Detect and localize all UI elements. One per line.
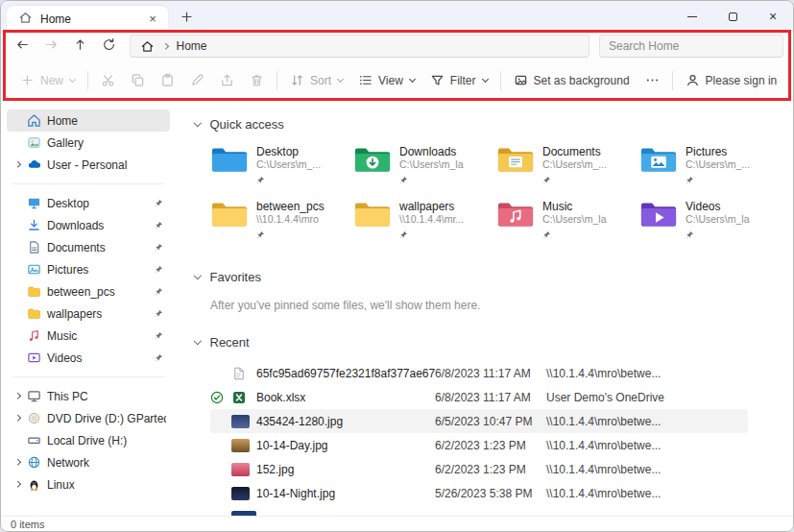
sidebar-item-label: Home (47, 114, 166, 128)
sidebar-item[interactable]: Network (7, 451, 170, 473)
group-divider (12, 376, 164, 377)
delete-button[interactable] (242, 66, 272, 95)
expand-chevron-icon[interactable] (11, 482, 24, 487)
sign-in-button[interactable]: Please sign in (678, 66, 785, 95)
search-input[interactable] (609, 39, 774, 53)
sidebar-item[interactable]: between_pcs (7, 280, 170, 302)
date-modified: 5/26/2023 5:38 PM (435, 487, 546, 500)
filter-button[interactable]: Filter (422, 66, 495, 95)
quick-access-grid: Desktop C:\Users\m_... Downloads C:\User… (210, 145, 783, 243)
sidebar-item[interactable]: Downloads (7, 214, 170, 236)
recent-file-row[interactable]: Book.xlsx 6/8/2023 11:17 AM User Demo's … (210, 385, 748, 409)
quick-access-item[interactable]: Music C:\Users\m_la (496, 200, 639, 243)
sidebar-item[interactable]: Videos (7, 347, 170, 369)
sidebar-item[interactable]: Local Drive (H:) (7, 429, 170, 451)
sidebar-item[interactable]: Desktop (7, 192, 170, 214)
expand-chevron-icon[interactable] (11, 416, 24, 421)
recent-file-row[interactable]: 10-14-Night.jpg 5/26/2023 5:38 PM \\10.1… (210, 481, 748, 505)
recent-file-row[interactable]: 152.jpg 6/2/2023 1:23 PM \\10.1.4.4\mro\… (210, 457, 748, 481)
details-button[interactable]: Details (784, 66, 794, 95)
expand-chevron-icon[interactable] (11, 394, 24, 399)
sort-button[interactable]: Sort (282, 66, 350, 95)
favorites-empty-text: After you've pinned some files, we'll sh… (210, 299, 783, 312)
rename-button[interactable] (182, 66, 212, 95)
sidebar-item-label: between_pcs (47, 285, 155, 299)
quick-access-item[interactable]: between_pcs \\10.1.4.4\mro (210, 200, 353, 243)
section-header-quick-access[interactable]: Quick access (195, 117, 783, 132)
pin-icon (399, 176, 408, 184)
status-bar: 0 items (1, 516, 793, 531)
quick-access-item[interactable]: Documents C:\Users\m_... (496, 145, 639, 188)
quick-access-text: between_pcs \\10.1.4.4\mro (256, 200, 325, 243)
drive-icon (24, 433, 43, 447)
music-icon (24, 328, 43, 343)
sidebar-item[interactable]: Documents (7, 236, 170, 258)
sidebar-item[interactable]: wallpapers (7, 302, 170, 325)
file-name: 152.jpg (256, 463, 435, 476)
recent-file-row[interactable] (210, 505, 748, 516)
file-location: User Demo's OneDrive (546, 391, 748, 404)
sidebar-item[interactable]: Pictures (7, 258, 170, 280)
quick-access-item[interactable]: Pictures C:\Users\m_... (639, 145, 782, 188)
paste-button[interactable] (153, 66, 182, 95)
set-as-background-button[interactable]: Set as background (506, 66, 638, 95)
image-thumbnail (231, 439, 256, 452)
sidebar-item[interactable]: DVD Drive (D:) GParted-live (7, 407, 170, 429)
new-button[interactable]: New (12, 66, 83, 95)
tab-home[interactable]: Home × (7, 6, 168, 32)
forward-button[interactable] (37, 34, 64, 59)
file-name: 435424-1280.jpg (256, 415, 435, 428)
file-location: \\10.1.4.4\mro\betwe... (546, 367, 748, 380)
share-button[interactable] (212, 66, 242, 95)
separator (672, 71, 673, 90)
quick-access-item[interactable]: Downloads C:\Users\m_la (353, 145, 496, 188)
tab-close-icon[interactable]: × (145, 12, 160, 26)
recent-file-row[interactable]: 10-14-Day.jpg 6/2/2023 1:23 PM \\10.1.4.… (210, 433, 748, 457)
pin-icon (155, 331, 163, 340)
quick-access-item[interactable]: wallpapers \\10.1.4.4\mr... (353, 200, 496, 243)
see-more-button[interactable] (638, 66, 667, 95)
section-header-favorites[interactable]: Favorites (195, 270, 783, 284)
expand-chevron-icon[interactable] (11, 460, 24, 465)
close-button[interactable]: × (753, 1, 793, 32)
rename-icon (190, 73, 205, 87)
cut-icon (101, 73, 115, 87)
file-name: 10-14-Day.jpg (256, 439, 435, 452)
pin-icon (155, 221, 163, 230)
breadcrumb[interactable]: Home (177, 39, 207, 53)
folder-icon (639, 145, 678, 175)
back-button[interactable] (9, 34, 36, 59)
view-button[interactable]: View (350, 66, 422, 95)
quick-access-item[interactable]: Desktop C:\Users\m_... (210, 145, 353, 188)
sidebar-item[interactable]: Linux (7, 473, 170, 496)
home-icon (18, 11, 33, 28)
quick-access-item[interactable]: Videos C:\Users\m_la (639, 200, 782, 243)
sidebar-item-label: Music (47, 329, 155, 343)
maximize-button[interactable] (712, 1, 753, 32)
section-header-recent[interactable]: Recent (195, 335, 783, 350)
quick-access-text: Documents C:\Users\m_... (542, 145, 607, 188)
copy-button[interactable] (123, 66, 153, 95)
folder-path: \\10.1.4.4\mr... (399, 213, 464, 226)
sidebar-item[interactable]: Gallery (7, 132, 170, 154)
minimize-button[interactable] (672, 1, 712, 32)
sidebar-item[interactable]: Music (7, 325, 170, 347)
sidebar-item[interactable]: Home (7, 109, 170, 132)
refresh-button[interactable] (95, 34, 122, 59)
expand-chevron-icon[interactable] (11, 162, 24, 167)
folder-icon (353, 145, 392, 175)
cut-button[interactable] (93, 66, 123, 95)
file-icon (231, 366, 256, 381)
search-box[interactable] (599, 35, 783, 58)
up-button[interactable] (66, 34, 93, 59)
address-bar[interactable]: Home (130, 35, 589, 58)
recent-file-row[interactable]: 435424-1280.jpg 6/5/2023 10:47 PM \\10.1… (210, 409, 748, 433)
new-tab-button[interactable] (174, 6, 199, 31)
recent-file-row[interactable]: 65fc95ad69757fe2321f8af377ae67... 6/8/20… (210, 361, 748, 385)
view-icon (358, 73, 373, 87)
file-name: 65fc95ad69757fe2321f8af377ae67... (256, 367, 435, 380)
sidebar-item[interactable]: This PC (7, 385, 170, 407)
folder-path: C:\Users\m_la (686, 213, 750, 226)
folder-name: Downloads (399, 145, 464, 158)
sidebar-item[interactable]: User - Personal (7, 154, 170, 176)
